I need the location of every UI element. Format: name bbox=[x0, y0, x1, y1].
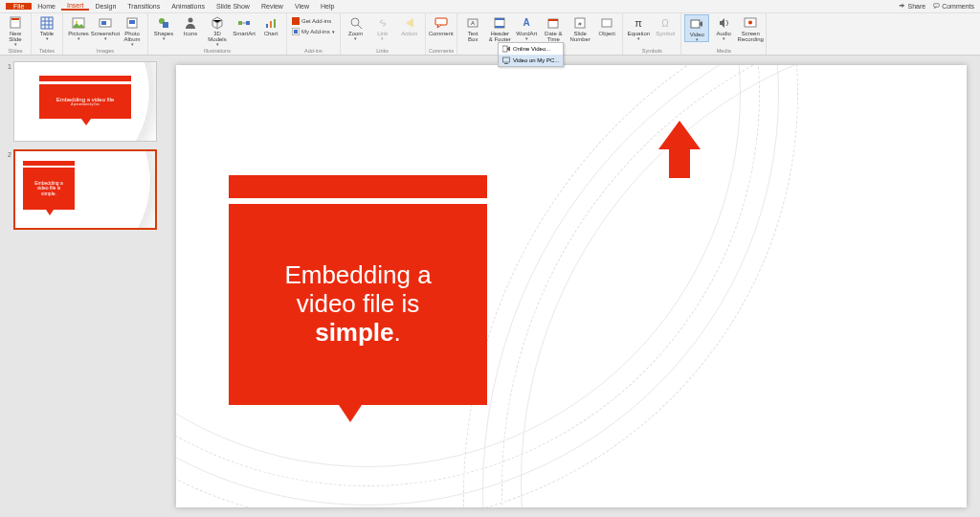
ribbon-insert: New Slide▾ Slides Table▾ Tables Pictures… bbox=[0, 13, 980, 56]
svg-rect-11 bbox=[101, 21, 106, 25]
menu-transitions[interactable]: Transitions bbox=[122, 3, 166, 10]
menu-help[interactable]: Help bbox=[315, 3, 340, 10]
svg-rect-15 bbox=[163, 22, 168, 28]
svg-text:Ω: Ω bbox=[662, 18, 670, 29]
svg-point-9 bbox=[76, 21, 78, 23]
svg-line-26 bbox=[358, 25, 362, 29]
screenshot-button[interactable]: Screenshot▾ bbox=[93, 14, 118, 40]
symbol-button: ΩSymbol bbox=[653, 14, 678, 36]
comment-button[interactable]: Comment bbox=[429, 14, 454, 36]
thumb-number-1: 1 bbox=[4, 61, 11, 142]
chart-button[interactable]: Chart bbox=[258, 14, 283, 36]
new-slide-button[interactable]: New Slide▾ bbox=[3, 14, 28, 46]
svg-rect-39 bbox=[602, 19, 612, 27]
svg-point-16 bbox=[189, 18, 193, 23]
title-bar-shape[interactable] bbox=[229, 175, 487, 198]
svg-rect-21 bbox=[270, 21, 272, 28]
svg-rect-23 bbox=[292, 17, 300, 25]
workspace: 1 Embedding a video fileA presentation b… bbox=[0, 56, 980, 517]
svg-point-25 bbox=[351, 18, 359, 26]
icons-button[interactable]: Icons bbox=[178, 14, 203, 36]
svg-rect-18 bbox=[246, 21, 250, 25]
zoom-button[interactable]: Zoom▾ bbox=[344, 14, 368, 40]
comments-button[interactable]: Comments bbox=[933, 3, 974, 10]
video-dropdown-menu: Online Video... Video on My PC... bbox=[498, 42, 564, 67]
action-button: Action bbox=[397, 14, 422, 36]
svg-text:A: A bbox=[471, 20, 475, 26]
menu-review[interactable]: Review bbox=[256, 3, 289, 10]
group-tables: Table▾ Tables bbox=[32, 13, 63, 55]
slide-number-button[interactable]: #Slide Number bbox=[568, 14, 592, 42]
thumb-number-2: 2 bbox=[4, 149, 11, 230]
svg-rect-33 bbox=[495, 26, 504, 28]
callout-shape[interactable]: Embedding avideo file issimple. bbox=[229, 204, 487, 405]
svg-rect-42 bbox=[691, 20, 700, 28]
equation-button[interactable]: πEquation▾ bbox=[626, 14, 651, 40]
group-images: Pictures▾ Screenshot▾ Photo Album▾ Image… bbox=[63, 13, 148, 55]
svg-rect-13 bbox=[129, 20, 135, 24]
table-button[interactable]: Table▾ bbox=[34, 14, 59, 40]
svg-rect-36 bbox=[548, 19, 558, 21]
svg-rect-17 bbox=[238, 21, 242, 25]
svg-rect-3 bbox=[41, 17, 53, 29]
screen-recording-button[interactable]: Screen Recording bbox=[738, 14, 763, 42]
get-addins-button[interactable]: Get Add-ins bbox=[290, 16, 337, 26]
slide-thumbnail-1[interactable]: Embedding a video fileA presentation by … bbox=[13, 61, 157, 142]
video-online-item[interactable]: Online Video... bbox=[499, 43, 563, 55]
textbox-button[interactable]: AText Box bbox=[460, 14, 485, 42]
menu-animations[interactable]: Animations bbox=[166, 3, 211, 10]
object-button[interactable]: Object bbox=[594, 14, 619, 36]
svg-rect-45 bbox=[502, 46, 507, 52]
group-links: Zoom▾ Link▾ Action Links bbox=[341, 13, 426, 55]
callout-text: Embedding avideo file issimple. bbox=[284, 261, 431, 348]
share-button[interactable]: Share bbox=[899, 3, 925, 10]
menu-home[interactable]: Home bbox=[32, 3, 61, 10]
menu-bar: File Home Insert Design Transitions Anim… bbox=[0, 0, 980, 13]
slide-2[interactable]: Embedding avideo file issimple. bbox=[176, 65, 967, 507]
svg-text:π: π bbox=[635, 17, 642, 29]
svg-rect-32 bbox=[495, 18, 504, 20]
pictures-button[interactable]: Pictures▾ bbox=[66, 14, 91, 40]
video-button[interactable]: Video▾ bbox=[684, 14, 709, 42]
svg-rect-20 bbox=[266, 24, 268, 28]
group-illustrations: Shapes▾ Icons 3D Models▾ SmartArt Chart … bbox=[148, 13, 287, 55]
svg-rect-28 bbox=[435, 18, 447, 25]
svg-rect-46 bbox=[503, 57, 510, 62]
shapes-button[interactable]: Shapes▾ bbox=[151, 14, 176, 40]
wordart-button[interactable]: AWordArt▾ bbox=[514, 14, 539, 40]
3d-models-button[interactable]: 3D Models▾ bbox=[205, 14, 230, 46]
callout-tail bbox=[339, 405, 362, 422]
menu-slideshow[interactable]: Slide Show bbox=[211, 3, 256, 10]
slide-canvas-area[interactable]: Embedding avideo file issimple. bbox=[163, 56, 980, 517]
menu-view[interactable]: View bbox=[289, 3, 315, 10]
link-button: Link▾ bbox=[370, 14, 395, 40]
datetime-button[interactable]: Date & Time bbox=[541, 14, 566, 42]
photo-album-button[interactable]: Photo Album▾ bbox=[120, 14, 145, 46]
group-slides: New Slide▾ Slides bbox=[0, 13, 32, 55]
menu-file[interactable]: File bbox=[6, 3, 32, 10]
group-symbols: πEquation▾ ΩSymbol Symbols bbox=[623, 13, 681, 55]
group-media: Video▾ Audio▾ Screen Recording Media bbox=[681, 13, 767, 55]
slide-thumbnail-2[interactable]: Embedding a video file is simple. bbox=[13, 149, 157, 230]
slide-thumbnail-panel[interactable]: 1 Embedding a video fileA presentation b… bbox=[0, 56, 163, 517]
menu-design[interactable]: Design bbox=[89, 3, 122, 10]
menu-insert[interactable]: Insert bbox=[61, 2, 90, 11]
header-footer-button[interactable]: Header & Footer bbox=[487, 14, 512, 42]
svg-point-44 bbox=[748, 21, 752, 25]
svg-rect-2 bbox=[11, 18, 19, 20]
svg-rect-0 bbox=[934, 4, 940, 7]
group-comments: Comment Comments bbox=[426, 13, 458, 55]
group-addins: Get Add-ins My Add-ins ▾ Add-ins bbox=[287, 13, 341, 55]
video-on-pc-item[interactable]: Video on My PC... bbox=[499, 55, 563, 66]
svg-rect-22 bbox=[274, 19, 276, 28]
my-addins-button[interactable]: My Add-ins ▾ bbox=[290, 27, 337, 36]
svg-text:A: A bbox=[523, 17, 530, 28]
smartart-button[interactable]: SmartArt bbox=[232, 14, 256, 36]
audio-button[interactable]: Audio▾ bbox=[711, 14, 736, 40]
